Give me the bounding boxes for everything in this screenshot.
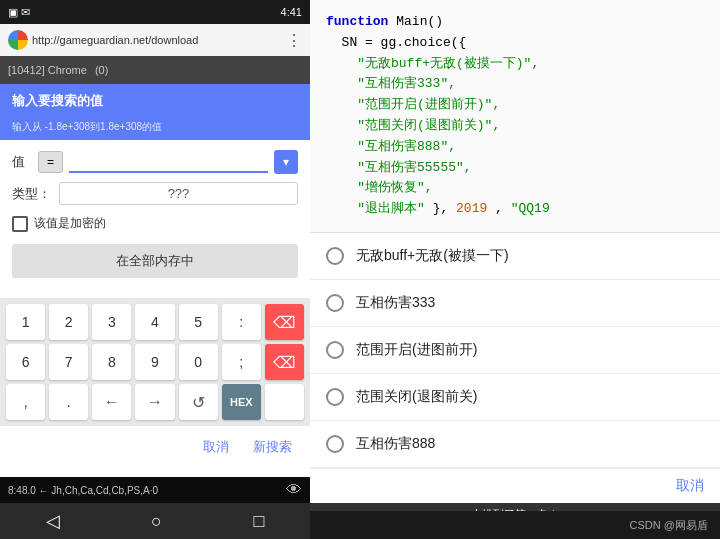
- key-dot[interactable]: .: [49, 384, 88, 420]
- time-display: 4:41: [281, 6, 302, 18]
- home-button[interactable]: ○: [151, 511, 162, 532]
- footer-bar: CSDN @网易盾: [310, 511, 720, 539]
- numpad: 1 2 3 4 5 : ⌫ 6 7 8 9 0 ; ⌫ , . ← → ↺ HE…: [0, 298, 310, 426]
- code-line-7: "互相伤害888",: [326, 137, 704, 158]
- key-1[interactable]: 1: [6, 304, 45, 340]
- search-dialog-title: 输入要搜索的值: [0, 84, 310, 118]
- code-line-8: "互相伤害55555",: [326, 158, 704, 179]
- menu-item-text-2: 互相伤害333: [356, 294, 435, 312]
- watermark-text: CSDN @网易盾: [630, 518, 708, 533]
- key-right-arrow[interactable]: →: [135, 384, 174, 420]
- menu-cancel-row: 取消: [310, 468, 720, 503]
- key-colon[interactable]: :: [222, 304, 261, 340]
- type-value[interactable]: ???: [59, 182, 298, 205]
- code-line-2: SN = gg.choice({: [326, 33, 704, 54]
- key-8[interactable]: 8: [92, 344, 131, 380]
- key-9[interactable]: 9: [135, 344, 174, 380]
- key-7[interactable]: 7: [49, 344, 88, 380]
- menu-item-3[interactable]: 范围开启(进图前开): [310, 327, 720, 374]
- code-line-9: "增伤恢复",: [326, 178, 704, 199]
- menu-item-text-3: 范围开启(进图前开): [356, 341, 477, 359]
- gg-label: [10412] Chrome: [8, 64, 87, 76]
- gg-app-bar: [10412] Chrome (0): [0, 56, 310, 84]
- radio-1: [326, 247, 344, 265]
- status-bar-left: ▣ ✉: [8, 6, 30, 19]
- browser-menu-icon[interactable]: ⋮: [286, 31, 302, 50]
- code-line-5: "范围开启(进图前开)",: [326, 95, 704, 116]
- cancel-button[interactable]: 取消: [195, 434, 237, 460]
- code-line-3: "无敌buff+无敌(被摸一下)",: [326, 54, 704, 75]
- back-button[interactable]: ◁: [46, 510, 60, 532]
- menu-item-1[interactable]: 无敌buff+无敌(被摸一下): [310, 233, 720, 280]
- code-line-1: function Main(): [326, 12, 704, 33]
- memory-bar: 8:48.0 ← Jh,Ch,Ca,Cd,Cb,PS,A·0 👁: [0, 477, 310, 503]
- encrypted-row: 该值是加密的: [12, 215, 298, 232]
- search-dialog-subtitle: 输入从 -1.8e+308到1.8e+308的值: [0, 118, 310, 140]
- status-icons-left: ▣ ✉: [8, 6, 30, 19]
- key-comma[interactable]: ,: [6, 384, 45, 420]
- type-row: 类型： ???: [12, 182, 298, 205]
- encrypted-checkbox[interactable]: [12, 216, 28, 232]
- search-form: 值 = ▾ 类型： ??? 该值是加密的 在全部内存中: [0, 140, 310, 298]
- search-memory-button[interactable]: 在全部内存中: [12, 244, 298, 278]
- bottom-nav: ◁ ○ □: [0, 503, 310, 539]
- key-empty: [265, 384, 304, 420]
- url-text: http://gameguardian.net/download: [32, 34, 282, 46]
- recent-button[interactable]: □: [253, 511, 264, 532]
- key-3[interactable]: 3: [92, 304, 131, 340]
- notif-bar: 上排到了第一名！: [310, 503, 720, 511]
- key-semicolon[interactable]: ;: [222, 344, 261, 380]
- type-label: 类型：: [12, 185, 51, 203]
- key-0[interactable]: 0: [179, 344, 218, 380]
- url-bar[interactable]: http://gameguardian.net/download ⋮: [0, 24, 310, 56]
- menu-item-text-1: 无敌buff+无敌(被摸一下): [356, 247, 509, 265]
- value-row: 值 = ▾: [12, 150, 298, 174]
- key-hex[interactable]: HEX: [222, 384, 261, 420]
- key-6[interactable]: 6: [6, 344, 45, 380]
- status-bar: ▣ ✉ 4:41: [0, 0, 310, 24]
- function-name: Main(): [396, 14, 443, 29]
- status-bar-right: 4:41: [281, 6, 302, 18]
- key-2[interactable]: 2: [49, 304, 88, 340]
- right-panel: function Main() SN = gg.choice({ "无敌buff…: [310, 0, 720, 539]
- radio-5: [326, 435, 344, 453]
- code-line-6: "范围关闭(退图前关)",: [326, 116, 704, 137]
- menu-item-text-4: 范围关闭(退图前关): [356, 388, 477, 406]
- menu-item-5[interactable]: 互相伤害888: [310, 421, 720, 468]
- eye-icon[interactable]: 👁: [286, 481, 302, 499]
- radio-2: [326, 294, 344, 312]
- dropdown-arrow[interactable]: ▾: [274, 150, 298, 174]
- search-dialog: 输入要搜索的值 输入从 -1.8e+308到1.8e+308的值 值 = ▾ 类…: [0, 84, 310, 477]
- memory-text: 8:48.0 ← Jh,Ch,Ca,Cd,Cb,PS,A·0: [8, 485, 158, 496]
- value-input[interactable]: [69, 152, 268, 173]
- phone-panel: ▣ ✉ 4:41 http://gameguardian.net/downloa…: [0, 0, 310, 539]
- key-backspace-1[interactable]: ⌫: [265, 304, 304, 340]
- equals-button[interactable]: =: [38, 151, 63, 173]
- code-line-10: "退出脚本" }, 2019 , "QQ19: [326, 199, 704, 220]
- menu-item-4[interactable]: 范围关闭(退图前关): [310, 374, 720, 421]
- key-4[interactable]: 4: [135, 304, 174, 340]
- keyword-function: function: [326, 14, 388, 29]
- code-panel: function Main() SN = gg.choice({ "无敌buff…: [310, 0, 720, 232]
- code-line-4: "互相伤害333",: [326, 74, 704, 95]
- radio-4: [326, 388, 344, 406]
- key-undo[interactable]: ↺: [179, 384, 218, 420]
- value-label: 值: [12, 153, 32, 171]
- gg-offset: (0): [95, 64, 108, 76]
- key-backspace-2[interactable]: ⌫: [265, 344, 304, 380]
- menu-cancel-button[interactable]: 取消: [676, 477, 704, 495]
- new-search-button[interactable]: 新搜索: [245, 434, 300, 460]
- menu-item-2[interactable]: 互相伤害333: [310, 280, 720, 327]
- chrome-icon: [8, 30, 28, 50]
- menu-panel: 无敌buff+无敌(被摸一下) 互相伤害333 范围开启(进图前开) 范围关闭(…: [310, 232, 720, 511]
- key-5[interactable]: 5: [179, 304, 218, 340]
- menu-item-text-5: 互相伤害888: [356, 435, 435, 453]
- encrypted-label: 该值是加密的: [34, 215, 106, 232]
- numpad-bottom-row: 取消 新搜索: [0, 426, 310, 468]
- key-left-arrow[interactable]: ←: [92, 384, 131, 420]
- radio-3: [326, 341, 344, 359]
